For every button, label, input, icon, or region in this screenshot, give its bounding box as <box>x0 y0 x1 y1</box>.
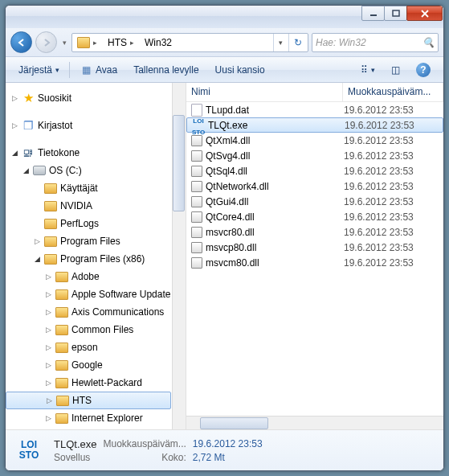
tree-favorites[interactable]: ▷★Suosikit <box>6 89 186 107</box>
tree-item-label: Axis Communications <box>71 306 164 318</box>
list-item[interactable]: QtGui4.dll19.6.2012 23:53 <box>186 194 443 209</box>
file-date: 19.6.2012 23:53 <box>345 120 414 131</box>
chevron-right-icon: ▸ <box>93 39 97 47</box>
tree-scrollbar[interactable] <box>172 83 186 429</box>
scrollbar-thumb[interactable] <box>200 417 268 429</box>
folder-icon <box>55 378 68 388</box>
history-dropdown[interactable]: ▾ <box>60 39 68 47</box>
folder-icon <box>55 343 68 353</box>
folder-icon <box>56 396 69 406</box>
list-item[interactable]: QtNetwork4.dll19.6.2012 23:53 <box>186 178 443 194</box>
tree-folder[interactable]: ◢Program Files (x86) <box>6 250 186 268</box>
list-header[interactable]: Nimi Muokkauspäiväm... <box>186 83 443 102</box>
chevron-right-icon: ▷ <box>10 121 18 129</box>
save-to-disk-button[interactable]: Tallenna levylle <box>127 62 205 78</box>
file-date: 19.6.2012 23:53 <box>344 135 414 146</box>
tree-item-label: Adobe <box>71 271 100 282</box>
maximize-button[interactable] <box>384 6 407 21</box>
file-name: QtSql4.dll <box>206 166 247 177</box>
chevron-right-icon: ▷ <box>44 379 52 387</box>
file-date: 19.6.2012 23:53 <box>344 181 414 192</box>
back-button[interactable] <box>10 31 32 53</box>
close-button[interactable] <box>406 6 443 21</box>
list-item[interactable]: msvcp80.dll19.6.2012 23:53 <box>186 240 443 255</box>
list-item[interactable]: LOISTOTLQt.exe19.6.2012 23:53 <box>186 117 443 133</box>
file-icon <box>191 104 202 117</box>
help-button[interactable]: ? <box>410 60 437 80</box>
file-date: 19.6.2012 23:53 <box>344 196 414 207</box>
dll-icon <box>191 135 202 146</box>
view-mode-button[interactable]: ⠿ ▾ <box>354 62 382 78</box>
search-icon: 🔍 <box>422 37 435 48</box>
breadcrumb[interactable]: ▸ HTS▸ Win32 ▾ ↻ <box>71 33 308 52</box>
folder-icon <box>44 254 57 265</box>
file-date: 19.6.2012 23:53 <box>344 242 414 253</box>
search-input[interactable]: Hae: Win32 🔍 <box>312 33 439 52</box>
tree-folder[interactable]: ▷Hewlett-Packard <box>6 374 186 392</box>
tree-item-label: Apple Software Update <box>71 289 170 300</box>
tree-folder[interactable]: ▷Adobe <box>6 268 186 285</box>
tree-folder[interactable]: NVIDIA <box>6 197 186 215</box>
list-item[interactable]: msvcr80.dll19.6.2012 23:53 <box>186 224 443 240</box>
tree-item-label: epson <box>71 342 98 353</box>
list-item[interactable]: QtSvg4.dll19.6.2012 23:53 <box>186 148 443 163</box>
file-name: msvcm80.dll <box>206 257 259 269</box>
list-item[interactable]: QtXml4.dll19.6.2012 23:53 <box>186 133 443 148</box>
chevron-down-icon[interactable]: ▾ <box>279 39 283 47</box>
col-modified[interactable]: Muokkauspäiväm... <box>343 83 443 101</box>
col-name[interactable]: Nimi <box>186 83 343 101</box>
list-hscrollbar[interactable] <box>186 416 443 429</box>
open-button[interactable]: ▦Avaa <box>73 61 124 79</box>
tree-folder[interactable]: Käyttäjät <box>6 179 186 197</box>
refresh-icon[interactable]: ↻ <box>294 37 302 48</box>
app-icon: LOISTO <box>192 114 205 137</box>
list-item[interactable]: QtCore4.dll19.6.2012 23:53 <box>186 209 443 224</box>
chevron-right-icon: ▷ <box>44 273 52 281</box>
tree-folder[interactable]: ▷Program Files <box>6 232 186 250</box>
details-size-value: 2,72 Mt <box>193 452 263 463</box>
tree-folder[interactable]: ▷Common Files <box>6 321 186 339</box>
chevron-right-icon: ▸ <box>130 39 134 47</box>
tree-computer[interactable]: ◢🖳Tietokone <box>6 144 186 162</box>
search-placeholder: Hae: Win32 <box>316 37 419 48</box>
nav-tree[interactable]: ▷★Suosikit ▷❐Kirjastot ◢🖳Tietokone ◢OS (… <box>6 83 186 429</box>
nav-row: ▾ ▸ HTS▸ Win32 ▾ ↻ Hae: Win32 🔍 <box>6 28 443 57</box>
list-item[interactable]: QtSql4.dll19.6.2012 23:53 <box>186 163 443 178</box>
scrollbar-thumb[interactable] <box>173 115 185 211</box>
file-name: msvcr80.dll <box>206 227 255 238</box>
folder-icon <box>44 201 57 211</box>
minimize-button[interactable] <box>361 6 385 21</box>
tree-folder[interactable]: ▷epson <box>6 339 186 356</box>
svg-rect-1 <box>393 10 399 16</box>
computer-icon: 🖳 <box>22 146 35 159</box>
new-folder-button[interactable]: Uusi kansio <box>209 62 271 78</box>
breadcrumb-seg[interactable]: HTS <box>108 37 127 48</box>
file-name: QtSvg4.dll <box>206 150 250 162</box>
preview-pane-button[interactable]: ◫ <box>385 62 406 78</box>
dll-icon <box>191 166 202 177</box>
tree-item-label: Google <box>71 359 103 371</box>
tree-folder[interactable]: ▷Internet Explorer <box>6 409 186 427</box>
breadcrumb-seg[interactable]: Win32 <box>145 37 172 48</box>
file-list[interactable]: Nimi Muokkauspäiväm... TLupd.dat19.6.201… <box>186 83 443 429</box>
tree-libraries[interactable]: ▷❐Kirjastot <box>6 117 186 134</box>
chevron-down-icon: ◢ <box>10 149 18 157</box>
open-icon: ▦ <box>80 64 92 76</box>
tree-folder[interactable]: ▷Axis Communications <box>6 303 186 321</box>
chevron-right-icon: ▷ <box>45 396 53 404</box>
explorer-window: ▾ ▸ HTS▸ Win32 ▾ ↻ Hae: Win32 🔍 Järjestä… <box>5 5 444 471</box>
folder-icon <box>44 183 57 194</box>
tree-folder[interactable]: ▷Apple Software Update <box>6 285 186 303</box>
tree-folder[interactable]: ▷Google <box>6 356 186 374</box>
tree-folder[interactable]: ▷HTS <box>6 392 171 409</box>
tree-item-label: Internet Explorer <box>71 412 143 424</box>
dll-icon <box>191 257 202 269</box>
forward-button[interactable] <box>35 31 57 53</box>
tree-folder[interactable]: PerfLogs <box>6 215 186 232</box>
tree-drive[interactable]: ◢OS (C:) <box>6 162 186 179</box>
folder-icon <box>55 289 68 300</box>
titlebar[interactable] <box>6 6 443 28</box>
list-item[interactable]: msvcm80.dll19.6.2012 23:53 <box>186 255 443 270</box>
organize-button[interactable]: Järjestä ▾ <box>12 62 66 78</box>
chevron-down-icon: ▾ <box>55 66 59 74</box>
